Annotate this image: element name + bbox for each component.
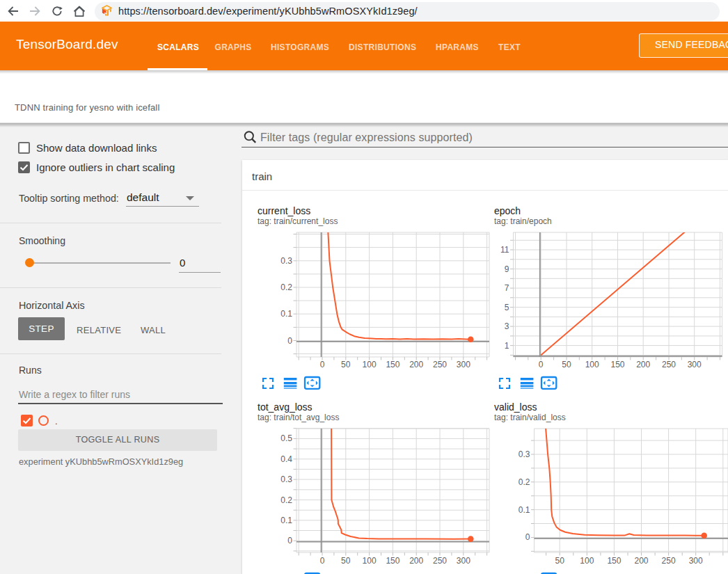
svg-text:300: 300: [689, 556, 703, 566]
svg-text:0.2: 0.2: [280, 495, 292, 505]
svg-text:0: 0: [287, 536, 292, 545]
svg-text:100: 100: [363, 556, 377, 566]
svg-text:0.5: 0.5: [280, 433, 292, 443]
svg-text:50: 50: [341, 360, 351, 369]
svg-text:300: 300: [457, 360, 470, 369]
svg-text:250: 250: [433, 556, 447, 566]
svg-text:250: 250: [662, 360, 676, 369]
svg-text:0.2: 0.2: [519, 477, 530, 487]
svg-text:11: 11: [500, 245, 509, 255]
svg-text:200: 200: [636, 360, 650, 369]
svg-text:300: 300: [457, 556, 470, 566]
svg-text:50: 50: [562, 360, 571, 369]
svg-text:0: 0: [525, 532, 530, 542]
svg-text:0: 0: [287, 336, 292, 346]
svg-text:0.2: 0.2: [280, 282, 292, 292]
svg-text:0.3: 0.3: [519, 449, 530, 459]
svg-text:0.1: 0.1: [280, 516, 292, 525]
svg-text:1: 1: [505, 341, 509, 351]
svg-text:3: 3: [505, 321, 509, 331]
svg-text:100: 100: [585, 360, 599, 369]
svg-text:50: 50: [341, 556, 351, 566]
svg-text:200: 200: [409, 556, 423, 566]
svg-text:0.3: 0.3: [280, 256, 292, 266]
svg-text:200: 200: [409, 360, 423, 369]
svg-text:300: 300: [688, 360, 702, 369]
svg-text:0: 0: [320, 360, 325, 369]
svg-text:50: 50: [555, 556, 565, 566]
svg-text:0.4: 0.4: [280, 454, 292, 464]
svg-text:100: 100: [363, 360, 377, 369]
svg-text:0: 0: [539, 360, 544, 369]
svg-text:150: 150: [386, 360, 399, 369]
svg-text:200: 200: [634, 556, 648, 566]
svg-text:5: 5: [505, 303, 509, 312]
svg-text:9: 9: [505, 264, 509, 274]
svg-text:150: 150: [386, 556, 399, 566]
svg-text:0: 0: [320, 556, 325, 566]
svg-text:0.1: 0.1: [519, 505, 530, 515]
svg-text:250: 250: [433, 360, 447, 369]
svg-text:0.1: 0.1: [280, 309, 292, 319]
svg-text:150: 150: [607, 556, 621, 566]
svg-text:150: 150: [610, 360, 624, 369]
svg-text:0.3: 0.3: [280, 475, 292, 484]
svg-text:100: 100: [580, 556, 594, 566]
svg-text:250: 250: [662, 556, 676, 566]
svg-text:7: 7: [505, 283, 509, 293]
